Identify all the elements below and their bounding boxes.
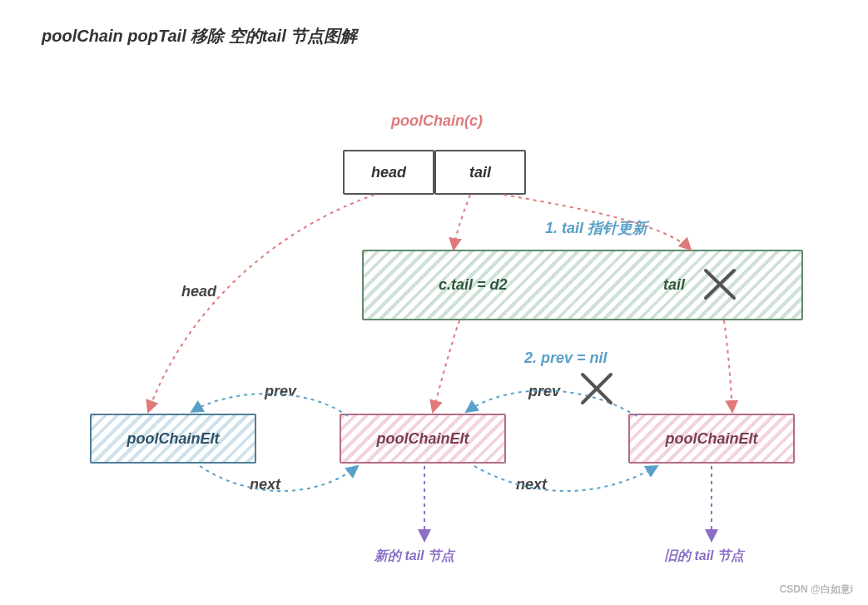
arrow-next-2to3 bbox=[474, 466, 657, 491]
arrow-head-to-elt1 bbox=[148, 195, 374, 412]
arrow-tail-to-greentail bbox=[503, 195, 691, 250]
arrow-green-to-elt3 bbox=[724, 320, 732, 412]
arrow-prev-2to1 bbox=[191, 394, 348, 416]
arrow-next-1to2 bbox=[200, 466, 358, 491]
arrow-green-to-elt2 bbox=[433, 320, 459, 412]
x-mark-prev bbox=[583, 374, 611, 403]
arrow-tail-to-green bbox=[454, 195, 470, 250]
diagram-svg bbox=[0, 0, 868, 605]
x-mark-tail bbox=[706, 270, 734, 298]
